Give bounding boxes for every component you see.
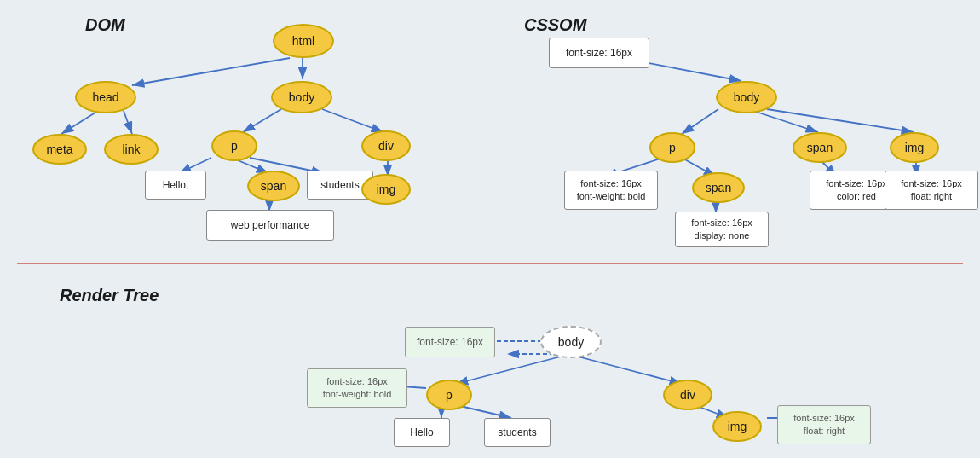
dom-div-node: div xyxy=(361,130,411,161)
dom-span-node: span xyxy=(247,171,300,201)
section-divider xyxy=(17,263,963,264)
render-p-node: p xyxy=(426,380,472,410)
svg-line-16 xyxy=(767,109,914,132)
cssom-span2-node: span xyxy=(692,172,745,203)
svg-line-25 xyxy=(578,357,682,384)
dom-hello-rect: Hello, xyxy=(145,171,206,200)
arrows-svg xyxy=(0,0,980,458)
cssom-label: CSSOM xyxy=(524,15,586,35)
dom-label: DOM xyxy=(85,15,125,35)
cssom-body-node: body xyxy=(716,81,777,113)
cssom-p-styles-rect: font-size: 16px font-weight: bold xyxy=(564,171,658,210)
render-body-node: body xyxy=(540,326,602,358)
dom-head-node: head xyxy=(75,81,136,113)
dom-html-node: html xyxy=(273,24,334,58)
svg-line-15 xyxy=(748,109,818,132)
cssom-fontsize-rect: font-size: 16px xyxy=(549,38,649,68)
svg-line-6 xyxy=(243,109,281,132)
svg-line-2 xyxy=(132,58,290,85)
render-fontsize-rect: font-size: 16px xyxy=(405,327,495,357)
dom-link-node: link xyxy=(104,134,159,165)
render-p-styles-rect: font-size: 16px font-weight: bold xyxy=(307,368,407,408)
render-students-rect: students xyxy=(484,418,551,447)
diagram-container: DOM html head body meta link p div Hello… xyxy=(0,0,980,458)
cssom-span2-styles-rect: font-size: 16px display: none xyxy=(675,212,769,247)
cssom-p-node: p xyxy=(649,132,695,163)
dom-web-performance-rect: web performance xyxy=(206,210,334,241)
dom-img-node: img xyxy=(361,174,411,205)
cssom-img-node: img xyxy=(890,132,939,163)
svg-line-28 xyxy=(460,406,511,418)
svg-line-7 xyxy=(322,109,383,132)
dom-meta-node: meta xyxy=(32,134,87,165)
cssom-span1-node: span xyxy=(793,132,847,163)
cssom-img-styles-rect: font-size: 16px float: right xyxy=(885,171,978,210)
dom-body-node: body xyxy=(271,81,332,113)
dom-p-node: p xyxy=(211,130,257,161)
svg-line-5 xyxy=(124,111,132,134)
svg-line-24 xyxy=(456,357,561,384)
render-div-node: div xyxy=(663,380,712,410)
svg-line-14 xyxy=(682,109,718,134)
render-hello-rect: Hello xyxy=(394,418,450,447)
render-label: Render Tree xyxy=(60,286,159,305)
render-img-styles-rect: font-size: 16px float: right xyxy=(777,405,871,444)
svg-line-4 xyxy=(61,111,98,134)
render-img-node: img xyxy=(712,411,762,442)
